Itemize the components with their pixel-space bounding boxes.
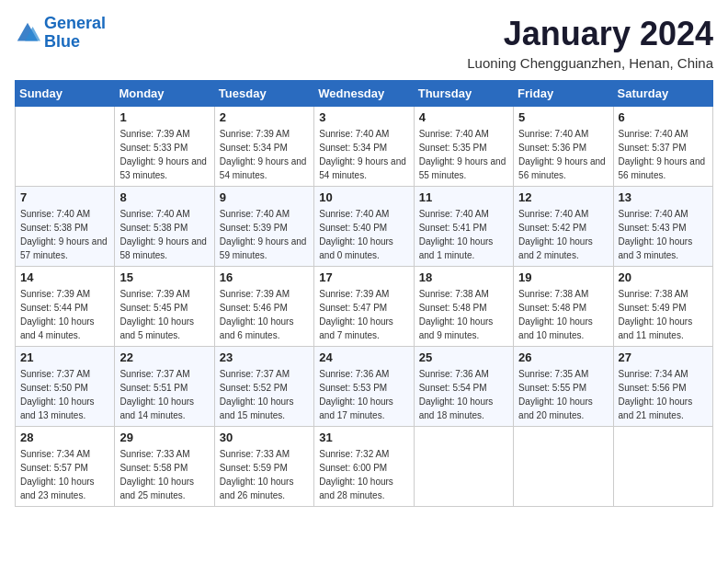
day-number: 12 [518, 190, 608, 204]
calendar-day-cell: 1Sunrise: 7:39 AMSunset: 5:33 PMDaylight… [115, 107, 214, 187]
calendar-day-cell: 4Sunrise: 7:40 AMSunset: 5:35 PMDaylight… [414, 107, 513, 187]
day-number: 29 [119, 431, 209, 444]
calendar-day-cell: 22Sunrise: 7:37 AMSunset: 5:51 PMDayligh… [115, 347, 214, 427]
day-number: 30 [220, 431, 309, 444]
calendar-day-cell [514, 427, 613, 507]
day-number: 1 [119, 110, 209, 124]
title-block: January 2024 Luoning Chengguanzhen, Hena… [467, 15, 713, 71]
day-number: 4 [419, 110, 508, 124]
calendar-day-cell: 27Sunrise: 7:34 AMSunset: 5:56 PMDayligh… [613, 347, 712, 427]
calendar-day-cell: 12Sunrise: 7:40 AMSunset: 5:42 PMDayligh… [514, 187, 613, 267]
calendar-day-cell: 20Sunrise: 7:38 AMSunset: 5:49 PMDayligh… [613, 267, 712, 347]
day-info: Sunrise: 7:39 AMSunset: 5:33 PMDaylight:… [119, 127, 209, 182]
day-info: Sunrise: 7:38 AMSunset: 5:48 PMDaylight:… [419, 287, 508, 342]
day-info: Sunrise: 7:36 AMSunset: 5:54 PMDaylight:… [419, 367, 508, 422]
weekday-header: Wednesday [314, 81, 414, 107]
day-info: Sunrise: 7:39 AMSunset: 5:46 PMDaylight:… [220, 287, 309, 342]
calendar-header-row: SundayMondayTuesdayWednesdayThursdayFrid… [16, 81, 713, 107]
calendar-day-cell [414, 427, 513, 507]
day-info: Sunrise: 7:39 AMSunset: 5:34 PMDaylight:… [220, 127, 309, 182]
page-header: General Blue January 2024 Luoning Chengg… [15, 15, 713, 71]
day-info: Sunrise: 7:34 AMSunset: 5:57 PMDaylight:… [20, 447, 109, 502]
logo-text: General Blue [44, 15, 106, 52]
calendar-day-cell: 19Sunrise: 7:38 AMSunset: 5:48 PMDayligh… [514, 267, 613, 347]
day-info: Sunrise: 7:40 AMSunset: 5:36 PMDaylight:… [518, 127, 608, 182]
day-info: Sunrise: 7:40 AMSunset: 5:40 PMDaylight:… [319, 207, 408, 262]
calendar-day-cell: 30Sunrise: 7:33 AMSunset: 5:59 PMDayligh… [214, 427, 313, 507]
day-number: 28 [20, 431, 109, 444]
day-number: 22 [119, 350, 209, 364]
calendar-day-cell: 13Sunrise: 7:40 AMSunset: 5:43 PMDayligh… [613, 187, 712, 267]
day-number: 16 [220, 270, 309, 284]
day-number: 5 [518, 110, 608, 124]
day-number: 7 [20, 190, 109, 204]
day-number: 17 [319, 270, 408, 284]
day-info: Sunrise: 7:40 AMSunset: 5:34 PMDaylight:… [319, 127, 408, 182]
day-number: 18 [419, 270, 508, 284]
calendar-day-cell: 5Sunrise: 7:40 AMSunset: 5:36 PMDaylight… [514, 107, 613, 187]
day-number: 11 [419, 190, 508, 204]
day-info: Sunrise: 7:40 AMSunset: 5:37 PMDaylight:… [619, 127, 708, 182]
day-info: Sunrise: 7:37 AMSunset: 5:50 PMDaylight:… [20, 367, 109, 422]
day-number: 26 [518, 350, 608, 364]
day-info: Sunrise: 7:35 AMSunset: 5:55 PMDaylight:… [518, 367, 608, 422]
calendar-day-cell: 26Sunrise: 7:35 AMSunset: 5:55 PMDayligh… [514, 347, 613, 427]
weekday-header: Tuesday [214, 81, 313, 107]
day-info: Sunrise: 7:39 AMSunset: 5:44 PMDaylight:… [20, 287, 109, 342]
calendar-day-cell: 25Sunrise: 7:36 AMSunset: 5:54 PMDayligh… [414, 347, 513, 427]
weekday-header: Saturday [613, 81, 712, 107]
day-number: 13 [619, 190, 708, 204]
calendar-day-cell: 9Sunrise: 7:40 AMSunset: 5:39 PMDaylight… [214, 187, 313, 267]
day-number: 27 [619, 350, 708, 364]
day-number: 25 [419, 350, 508, 364]
day-info: Sunrise: 7:40 AMSunset: 5:35 PMDaylight:… [419, 127, 508, 182]
calendar-week-row: 21Sunrise: 7:37 AMSunset: 5:50 PMDayligh… [16, 347, 713, 427]
calendar-day-cell: 28Sunrise: 7:34 AMSunset: 5:57 PMDayligh… [16, 427, 115, 507]
day-number: 15 [119, 270, 209, 284]
calendar-week-row: 7Sunrise: 7:40 AMSunset: 5:38 PMDaylight… [16, 187, 713, 267]
calendar-table: SundayMondayTuesdayWednesdayThursdayFrid… [15, 80, 713, 507]
logo-blue: Blue [44, 32, 80, 51]
weekday-header: Friday [514, 81, 613, 107]
day-number: 31 [319, 431, 408, 444]
day-number: 6 [619, 110, 708, 124]
page-title: January 2024 [467, 15, 713, 53]
day-info: Sunrise: 7:34 AMSunset: 5:56 PMDaylight:… [619, 367, 708, 422]
day-number: 9 [220, 190, 309, 204]
calendar-day-cell: 31Sunrise: 7:32 AMSunset: 6:00 PMDayligh… [314, 427, 414, 507]
weekday-header: Monday [115, 81, 214, 107]
day-info: Sunrise: 7:40 AMSunset: 5:43 PMDaylight:… [619, 207, 708, 262]
day-number: 10 [319, 190, 408, 204]
day-number: 21 [20, 350, 109, 364]
day-info: Sunrise: 7:40 AMSunset: 5:39 PMDaylight:… [220, 207, 309, 262]
logo-icon [15, 20, 40, 46]
day-info: Sunrise: 7:39 AMSunset: 5:47 PMDaylight:… [319, 287, 408, 342]
weekday-header: Thursday [414, 81, 513, 107]
weekday-header: Sunday [16, 81, 115, 107]
day-info: Sunrise: 7:38 AMSunset: 5:48 PMDaylight:… [518, 287, 608, 342]
day-info: Sunrise: 7:37 AMSunset: 5:52 PMDaylight:… [220, 367, 309, 422]
calendar-week-row: 14Sunrise: 7:39 AMSunset: 5:44 PMDayligh… [16, 267, 713, 347]
calendar-week-row: 1Sunrise: 7:39 AMSunset: 5:33 PMDaylight… [16, 107, 713, 187]
calendar-week-row: 28Sunrise: 7:34 AMSunset: 5:57 PMDayligh… [16, 427, 713, 507]
calendar-day-cell: 14Sunrise: 7:39 AMSunset: 5:44 PMDayligh… [16, 267, 115, 347]
day-number: 8 [119, 190, 209, 204]
day-number: 14 [20, 270, 109, 284]
calendar-day-cell: 2Sunrise: 7:39 AMSunset: 5:34 PMDaylight… [214, 107, 313, 187]
calendar-day-cell: 18Sunrise: 7:38 AMSunset: 5:48 PMDayligh… [414, 267, 513, 347]
day-number: 20 [619, 270, 708, 284]
calendar-day-cell: 6Sunrise: 7:40 AMSunset: 5:37 PMDaylight… [613, 107, 712, 187]
day-info: Sunrise: 7:40 AMSunset: 5:42 PMDaylight:… [518, 207, 608, 262]
calendar-day-cell: 21Sunrise: 7:37 AMSunset: 5:50 PMDayligh… [16, 347, 115, 427]
calendar-day-cell: 23Sunrise: 7:37 AMSunset: 5:52 PMDayligh… [214, 347, 313, 427]
logo: General Blue [15, 15, 106, 52]
day-info: Sunrise: 7:33 AMSunset: 5:59 PMDaylight:… [220, 447, 309, 502]
day-info: Sunrise: 7:40 AMSunset: 5:38 PMDaylight:… [119, 207, 209, 262]
calendar-day-cell: 8Sunrise: 7:40 AMSunset: 5:38 PMDaylight… [115, 187, 214, 267]
day-info: Sunrise: 7:40 AMSunset: 5:38 PMDaylight:… [20, 207, 109, 262]
calendar-day-cell: 3Sunrise: 7:40 AMSunset: 5:34 PMDaylight… [314, 107, 414, 187]
calendar-day-cell: 29Sunrise: 7:33 AMSunset: 5:58 PMDayligh… [115, 427, 214, 507]
day-info: Sunrise: 7:32 AMSunset: 6:00 PMDaylight:… [319, 447, 408, 502]
day-info: Sunrise: 7:33 AMSunset: 5:58 PMDaylight:… [119, 447, 209, 502]
day-number: 2 [220, 110, 309, 124]
